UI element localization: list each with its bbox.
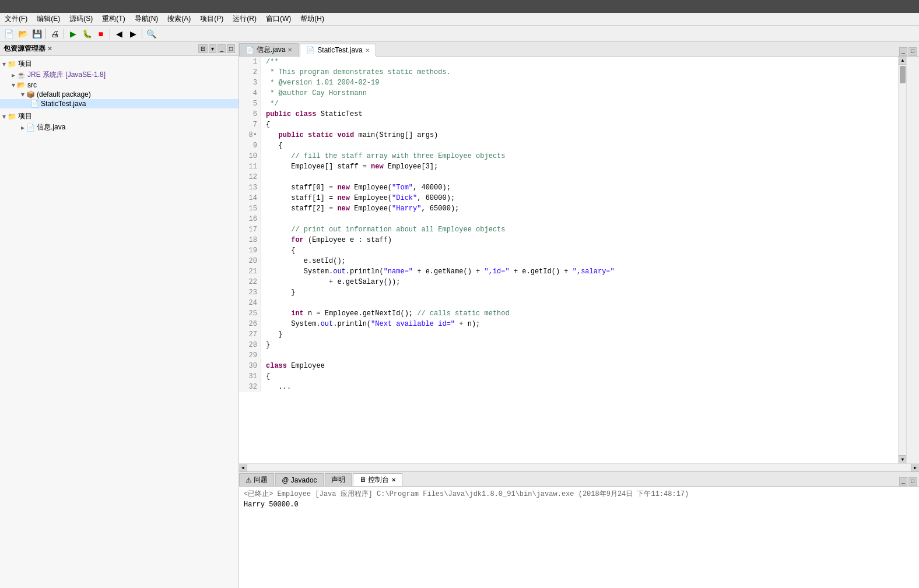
line-content-32: ... — [261, 382, 291, 392]
line-content-17: // print out information about all Emplo… — [261, 224, 505, 235]
toolbar-back[interactable]: ◀ — [113, 27, 125, 40]
scroll-up-btn[interactable]: ▲ — [899, 57, 907, 65]
bottom-tab-console[interactable]: 🖥 控制台 ✕ — [353, 473, 402, 486]
line-number-20: 20 — [239, 256, 261, 266]
bottom-panel-controls: _ □ — [899, 477, 919, 486]
bottom-tab-javadoc[interactable]: @ Javadoc — [275, 473, 323, 486]
left-panel: 包资源管理器 ✕ ⊟ ▾ _ □ ▾ 📁 项目 ▸ ☕ JRE 系统库 [Jav… — [0, 42, 239, 588]
tab-xinxi-close[interactable]: ✕ — [287, 47, 292, 53]
line-number-16: 16 — [239, 214, 261, 224]
menu-run[interactable]: 运行(R) — [230, 13, 259, 24]
tab-statictest[interactable]: 📄 StaticTest.java ✕ — [300, 44, 376, 57]
toolbar-sep-3 — [110, 29, 110, 39]
scroll-down-btn[interactable]: ▼ — [899, 455, 907, 463]
code-line-29: 29 — [239, 350, 898, 361]
code-line-22: 22 + e.getSalary()); — [239, 277, 898, 287]
bottom-tab-problems-label: 问题 — [254, 475, 268, 485]
hscroll-right[interactable]: ▶ — [911, 464, 919, 472]
line-content-7: { — [261, 119, 270, 130]
toolbar-forward[interactable]: ▶ — [127, 27, 139, 40]
pe-collapse-btn[interactable]: ⊟ — [198, 44, 208, 53]
line-number-17: 17 — [239, 224, 261, 235]
tree-project-1[interactable]: ▾ 📁 项目 — [0, 58, 238, 69]
hscroll-left[interactable]: ◀ — [239, 464, 247, 472]
menu-file[interactable]: 文件(F) — [2, 13, 30, 24]
menu-window[interactable]: 窗口(W) — [264, 13, 293, 24]
toolbar-search[interactable]: 🔍 — [145, 27, 157, 40]
line-content-28: } — [261, 340, 270, 350]
scroll-thumb-code[interactable] — [899, 65, 906, 455]
line-number-23: 23 — [239, 287, 261, 298]
bottom-panel-max[interactable]: □ — [909, 477, 917, 486]
bottom-tab-javadoc-label: @ Javadoc — [282, 476, 317, 484]
title-bar — [0, 0, 919, 13]
menu-refactor[interactable]: 重构(T) — [100, 13, 127, 24]
editor-tab-min[interactable]: _ — [899, 47, 907, 56]
tree-default-pkg[interactable]: ▾ 📦 (default package) — [0, 90, 238, 99]
line-number-27: 27 — [239, 329, 261, 340]
line-content-18: for (Employee e : staff) — [261, 235, 392, 245]
tree-jre[interactable]: ▸ ☕ JRE 系统库 [JavaSE-1.8] — [0, 69, 238, 80]
pe-menu-btn[interactable]: ▾ — [209, 44, 216, 53]
pe-max-btn[interactable]: □ — [227, 44, 235, 53]
menu-edit[interactable]: 编辑(E) — [34, 13, 62, 24]
line-number-10: 10 — [239, 151, 261, 161]
code-line-20: 20 e.setId(); — [239, 256, 898, 266]
package-explorer-title: 包资源管理器 ✕ — [3, 44, 52, 54]
pe-min-btn[interactable]: _ — [218, 44, 226, 53]
toolbar-stop[interactable]: ■ — [94, 27, 107, 40]
tree-arrow-info: ▸ — [21, 124, 24, 132]
tree-label-info: 信息.java — [37, 122, 65, 132]
toolbar-sep-4 — [142, 29, 142, 39]
toolbar-print[interactable]: 🖨 — [48, 27, 61, 40]
bottom-tab-group: ⚠ 问题 @ Javadoc 声明 🖥 控制台 ✕ — [239, 473, 404, 486]
line-content-20: e.setId(); — [261, 256, 346, 266]
annotation-icon-1 — [907, 57, 919, 69]
tab-xinxi[interactable]: 📄 信息.java ✕ — [239, 43, 299, 56]
line-content-25: int n = Employee.getNextId(); // calls s… — [261, 308, 510, 319]
toolbar-run[interactable]: ▶ — [66, 27, 79, 40]
bottom-panel-min[interactable]: _ — [899, 477, 907, 486]
bottom-tab-problems[interactable]: ⚠ 问题 — [239, 473, 274, 486]
src-icon: 📂 — [17, 81, 26, 89]
code-line-10: 10 // fill the staff array with three Em… — [239, 151, 898, 161]
line-number-3: 3 — [239, 78, 261, 88]
code-hscroll[interactable]: ◀ ▶ — [239, 463, 919, 471]
bottom-tab-declaration[interactable]: 声明 — [325, 473, 352, 486]
menu-help[interactable]: 帮助(H) — [298, 13, 327, 24]
console-output: <已终止> Employee [Java 应用程序] C:\Program Fi… — [239, 487, 919, 588]
tree-label-jre: JRE 系统库 [JavaSE-1.8] — [27, 70, 106, 80]
tab-statictest-close[interactable]: ✕ — [365, 47, 370, 54]
tree-label-project-2: 项目 — [18, 111, 32, 121]
toolbar-open[interactable]: 📂 — [16, 27, 29, 40]
line-content-12 — [261, 172, 270, 182]
menu-search[interactable]: 搜索(A) — [165, 13, 193, 24]
bottom-tab-console-close[interactable]: ✕ — [391, 477, 396, 483]
tree-project-2[interactable]: ▾ 📁 项目 — [0, 111, 238, 122]
tree-src[interactable]: ▾ 📂 src — [0, 80, 238, 90]
code-line-9: 9 { — [239, 140, 898, 151]
code-lines: 1/**2 * This program demonstrates static… — [239, 57, 898, 392]
menu-navigate[interactable]: 导航(N) — [132, 13, 161, 24]
toolbar-save[interactable]: 💾 — [30, 27, 43, 40]
line-content-19: { — [261, 245, 295, 256]
line-content-30: class Employee — [261, 361, 325, 371]
code-vscroll[interactable]: ▲ ▼ — [898, 57, 906, 463]
line-content-27: } — [261, 329, 283, 340]
tree-arrow-pkg: ▾ — [21, 90, 24, 98]
tree-statictest[interactable]: 📄 StaticTest.java — [0, 99, 238, 108]
line-number-12: 12 — [239, 172, 261, 182]
line-number-13: 13 — [239, 182, 261, 193]
menu-project[interactable]: 项目(P) — [198, 13, 226, 24]
code-line-15: 15 staff[2] = new Employee("Harry", 6500… — [239, 203, 898, 214]
project-icon-1: 📁 — [8, 60, 16, 68]
code-line-13: 13 staff[0] = new Employee("Tom", 40000)… — [239, 182, 898, 193]
toolbar-debug[interactable]: 🐛 — [80, 27, 93, 40]
menu-source[interactable]: 源码(S) — [67, 13, 95, 24]
editor-tab-max[interactable]: □ — [909, 47, 917, 56]
toolbar-new[interactable]: 📄 — [2, 27, 15, 40]
line-content-2: * This program demonstrates static metho… — [261, 67, 451, 78]
tree-info-java[interactable]: ▸ 📄 信息.java — [0, 122, 238, 133]
code-editor[interactable]: 1/**2 * This program demonstrates static… — [239, 57, 919, 463]
code-line-7: 7{ — [239, 119, 898, 130]
